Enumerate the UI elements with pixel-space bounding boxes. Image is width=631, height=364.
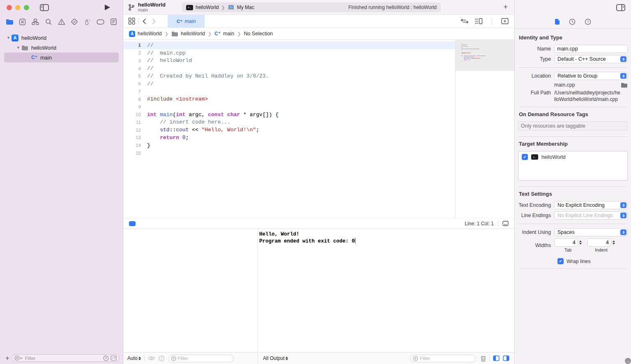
print-description-icon[interactable] bbox=[159, 355, 165, 362]
source-control-navigator-icon[interactable] bbox=[17, 18, 28, 25]
variables-scope-dropdown[interactable]: Auto bbox=[127, 355, 141, 361]
code-line-13[interactable]: 13 return 0; bbox=[123, 134, 455, 142]
line-col-indicator: Line: 1 Col: 1 bbox=[465, 221, 494, 227]
location-dropdown[interactable]: Relative to Group bbox=[554, 72, 628, 80]
tab-main-cpp[interactable]: C⁺ main bbox=[168, 15, 205, 28]
code-line-9[interactable]: 9 bbox=[123, 103, 455, 111]
code-line-1[interactable]: 1// bbox=[123, 41, 455, 49]
add-item-button[interactable]: + bbox=[3, 354, 12, 362]
go-forward-icon[interactable] bbox=[152, 18, 156, 24]
navigator-filter-input[interactable] bbox=[25, 356, 101, 361]
console-filter-field[interactable] bbox=[410, 355, 476, 362]
scheme-selector[interactable]: >_ helloWorld ❯ My Mac Finished running … bbox=[182, 2, 441, 12]
cpp-file-icon: C⁺ bbox=[31, 55, 37, 60]
wrap-lines-checkbox[interactable]: ✓ bbox=[557, 258, 564, 264]
disclosure-chevron-icon[interactable]: ▼ bbox=[16, 46, 21, 50]
tab-width-field[interactable] bbox=[554, 238, 578, 247]
line-endings-dropdown[interactable]: No Explicit Line Endings bbox=[554, 211, 628, 220]
code-line-7[interactable]: 7 bbox=[123, 88, 455, 96]
line-endings-label: Line Endings bbox=[518, 213, 554, 218]
jumpbar-item-no-selection[interactable]: No Selection bbox=[244, 31, 273, 37]
run-button[interactable] bbox=[104, 4, 111, 11]
tree-item-main[interactable]: C⁺main bbox=[4, 53, 119, 62]
target-checkbox[interactable]: ✓ bbox=[522, 154, 528, 160]
stepper-icon bbox=[620, 73, 626, 79]
type-dropdown[interactable]: Default - C++ Source bbox=[554, 55, 628, 63]
code-line-4[interactable]: 4// bbox=[123, 64, 455, 72]
variables-filter-field[interactable] bbox=[168, 355, 234, 362]
run-destination[interactable]: My Mac bbox=[237, 5, 254, 10]
variables-view[interactable] bbox=[123, 229, 258, 352]
indent-width-stepper[interactable] bbox=[613, 240, 615, 245]
indent-width-field[interactable] bbox=[587, 238, 611, 247]
text-encoding-dropdown[interactable]: No Explicit Encoding bbox=[554, 201, 628, 209]
variables-filter-input[interactable] bbox=[178, 356, 231, 361]
app-icon: A bbox=[129, 31, 135, 37]
choose-folder-icon[interactable] bbox=[621, 82, 628, 88]
tree-item-helloWorld[interactable]: ▼helloWorld bbox=[0, 43, 123, 53]
issue-navigator-icon[interactable] bbox=[56, 18, 67, 25]
target-row[interactable]: ✓ >_ helloWorld bbox=[522, 154, 624, 160]
tab-caption: Tab bbox=[554, 247, 582, 252]
scm-status-filter-icon[interactable] bbox=[111, 355, 117, 361]
code-line-5[interactable]: 5// Created by Neil Haddley on 3/8/23. bbox=[123, 72, 455, 80]
code-line-10[interactable]: 10int main(int argc, const char * argv[]… bbox=[123, 111, 455, 119]
symbol-navigator-icon[interactable] bbox=[30, 18, 41, 25]
history-inspector-icon[interactable] bbox=[569, 18, 576, 25]
debug-navigator-icon[interactable] bbox=[82, 18, 93, 25]
navigator-filter-field[interactable] bbox=[12, 354, 120, 362]
close-window-button[interactable] bbox=[7, 5, 12, 10]
toggle-navigator-icon[interactable] bbox=[40, 4, 49, 11]
focus-chip-icon[interactable] bbox=[129, 221, 136, 226]
tab-width-stepper[interactable] bbox=[579, 240, 582, 245]
file-inspector-icon[interactable] bbox=[555, 18, 560, 25]
editor-display-icon[interactable] bbox=[502, 221, 509, 226]
line-number: 5 bbox=[123, 73, 141, 78]
code-line-11[interactable]: 11 // insert code here... bbox=[123, 119, 455, 126]
disclosure-chevron-icon[interactable]: ▼ bbox=[7, 36, 12, 40]
code-line-8[interactable]: 8#include <iostream> bbox=[123, 95, 455, 103]
indent-using-label: Indent Using bbox=[518, 229, 554, 235]
indent-using-dropdown[interactable]: Spaces bbox=[554, 228, 628, 236]
console-output[interactable]: Hello, World!Program ended with exit cod… bbox=[258, 229, 514, 352]
add-editor-icon[interactable] bbox=[501, 18, 509, 24]
minimap[interactable] bbox=[455, 40, 514, 218]
jumpbar-item-helloworld[interactable]: helloWorld bbox=[171, 31, 205, 37]
code-review-icon[interactable] bbox=[461, 18, 469, 24]
code-line-3[interactable]: 3// helloWorld bbox=[123, 57, 455, 65]
console-scope-dropdown[interactable]: All Output bbox=[263, 355, 288, 361]
zoom-window-button[interactable] bbox=[24, 5, 29, 10]
editor-options-icon[interactable] bbox=[474, 18, 483, 24]
jumpbar-item-helloworld[interactable]: AhelloWorld bbox=[129, 31, 162, 37]
toggle-variables-view-icon[interactable] bbox=[493, 355, 500, 361]
breakpoint-navigator-icon[interactable] bbox=[95, 19, 106, 25]
project-navigator-icon[interactable] bbox=[4, 19, 15, 25]
related-items-icon[interactable] bbox=[128, 18, 135, 25]
code-line-6[interactable]: 6// bbox=[123, 80, 455, 88]
stepper-icon bbox=[620, 56, 626, 62]
toggle-inspector-icon[interactable] bbox=[616, 4, 625, 11]
quick-look-icon[interactable] bbox=[148, 356, 155, 361]
find-navigator-icon[interactable] bbox=[43, 18, 54, 25]
code-line-15[interactable]: 15 bbox=[123, 149, 455, 157]
code-area[interactable]: 1//2// main.cpp3// helloWorld4//5// Crea… bbox=[123, 40, 455, 218]
tree-item-helloWorld[interactable]: ▼AhelloWorld bbox=[0, 33, 123, 43]
scheme-name[interactable]: helloWorld bbox=[196, 5, 219, 10]
go-back-icon[interactable] bbox=[142, 18, 146, 24]
toggle-console-view-icon[interactable] bbox=[503, 355, 509, 361]
recent-files-icon[interactable] bbox=[103, 355, 109, 361]
test-navigator-icon[interactable] bbox=[69, 18, 80, 25]
code-line-2[interactable]: 2// main.cpp bbox=[123, 49, 455, 57]
source-editor[interactable]: 1//2// main.cpp3// helloWorld4//5// Crea… bbox=[123, 40, 514, 218]
name-field[interactable] bbox=[554, 45, 628, 53]
help-inspector-icon[interactable]: ? bbox=[585, 18, 591, 25]
code-line-12[interactable]: 12 std::cout << "Hello, World!\n"; bbox=[123, 126, 455, 134]
add-tab-button[interactable]: + bbox=[503, 3, 508, 11]
minimize-window-button[interactable] bbox=[15, 5, 21, 10]
jumpbar-item-main[interactable]: C⁺main bbox=[214, 31, 234, 37]
clear-console-icon[interactable] bbox=[481, 355, 486, 362]
code-line-14[interactable]: 14} bbox=[123, 142, 455, 149]
report-navigator-icon[interactable] bbox=[108, 18, 119, 25]
open-path-arrow-icon[interactable]: → bbox=[625, 358, 631, 364]
console-filter-input[interactable] bbox=[420, 356, 473, 361]
